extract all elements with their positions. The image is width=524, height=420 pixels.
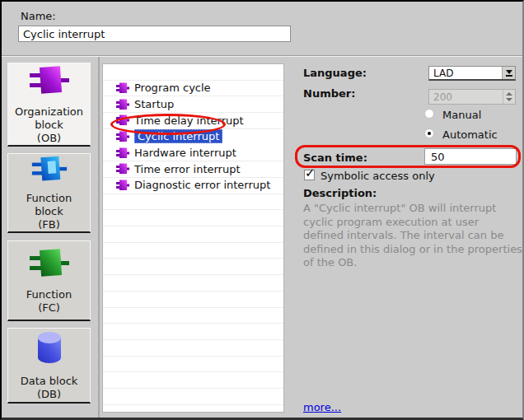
scan-time-label: Scan time: xyxy=(303,152,367,164)
list-item[interactable]: Time delay interrupt xyxy=(103,112,283,128)
block-icon xyxy=(116,99,129,110)
automatic-radio-label: Automatic xyxy=(442,128,498,141)
sidebar-item-function[interactable]: Function (FC) xyxy=(7,240,91,321)
language-dropdown[interactable]: LAD xyxy=(428,66,516,81)
list-item[interactable]: Diagnostic error interrupt xyxy=(103,177,283,194)
language-label: Language: xyxy=(303,67,367,79)
automatic-radio[interactable] xyxy=(424,128,434,138)
name-label: Name: xyxy=(21,10,56,22)
stepper-arrows[interactable] xyxy=(503,90,515,104)
name-input[interactable] xyxy=(18,26,291,42)
sidebar-item-function-block[interactable]: Function block (FB) xyxy=(7,153,91,233)
block-icon xyxy=(116,180,129,191)
number-label: Number: xyxy=(303,87,355,100)
number-value: 200 xyxy=(429,91,503,103)
sidebar-item-label: Function xyxy=(26,288,72,301)
panel-divider xyxy=(98,57,100,420)
description-text: A "Cyclic interrupt" OB will interrupt c… xyxy=(303,202,522,270)
sidebar-item-label: Organization xyxy=(15,105,83,119)
block-icon xyxy=(116,163,129,175)
language-value: LAD xyxy=(429,68,502,79)
dropdown-button[interactable] xyxy=(502,67,515,79)
add-new-block-dialog: Name: Organization block (OB) xyxy=(0,0,524,420)
list-item[interactable]: Startup xyxy=(103,96,283,113)
data-block-icon xyxy=(30,329,68,367)
number-stepper[interactable]: 200 xyxy=(428,89,516,105)
chevron-down-icon xyxy=(506,70,512,74)
list-item[interactable]: Hardware interrupt xyxy=(103,145,283,161)
block-icon xyxy=(116,131,129,142)
list-item[interactable]: Program cycle xyxy=(103,80,283,96)
block-icon xyxy=(116,82,129,94)
more-link[interactable]: more... xyxy=(303,401,341,413)
sidebar-item-organization-block[interactable]: Organization block (OB) xyxy=(7,63,91,147)
list-item-selected[interactable]: Cyclic interrupt xyxy=(103,128,283,145)
function-block-icon xyxy=(30,154,69,184)
sidebar-item-label: Data block xyxy=(21,375,78,388)
organization-block-icon xyxy=(30,63,69,98)
block-icon xyxy=(116,114,129,126)
function-icon xyxy=(30,246,69,281)
description-label: Description: xyxy=(303,187,377,199)
list-item[interactable]: Time error interrupt xyxy=(103,161,283,177)
block-icon xyxy=(116,147,129,159)
ob-type-list: Program cycle Startup Time delay interru… xyxy=(102,63,284,413)
arrow-down-icon xyxy=(506,98,512,101)
symbolic-access-checkbox[interactable]: ✓ xyxy=(304,170,315,180)
symbolic-access-label: Symbolic access only xyxy=(320,170,435,182)
sidebar-item-data-block[interactable]: Data block (DB) xyxy=(7,328,91,404)
scan-time-input[interactable] xyxy=(424,148,517,165)
header-divider xyxy=(2,55,522,57)
manual-radio-label: Manual xyxy=(442,109,481,121)
arrow-up-icon xyxy=(506,92,512,96)
manual-radio[interactable] xyxy=(424,109,434,119)
checkmark-icon: ✓ xyxy=(305,166,316,180)
sidebar-item-label: Function xyxy=(26,192,72,205)
